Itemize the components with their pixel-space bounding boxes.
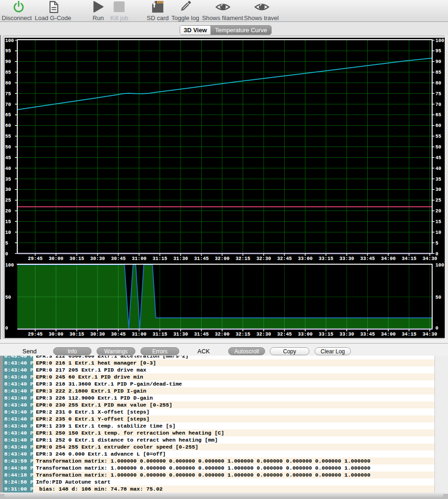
svg-text:32:00: 32:00	[215, 256, 230, 261]
svg-text:100: 100	[435, 262, 444, 268]
svg-text:30:00: 30:00	[49, 256, 63, 261]
svg-text:32:30: 32:30	[256, 331, 271, 337]
svg-text:100: 100	[5, 38, 14, 43]
svg-text:31:15: 31:15	[153, 256, 168, 261]
svg-text:31:00: 31:00	[132, 256, 147, 261]
svg-text:40: 40	[435, 166, 441, 171]
svg-text:25: 25	[5, 197, 11, 203]
svg-text:30:15: 30:15	[70, 256, 84, 261]
svg-text:33:15: 33:15	[319, 256, 334, 261]
svg-text:0: 0	[5, 251, 8, 257]
svg-text:45: 45	[5, 155, 11, 161]
svg-text:10: 10	[5, 230, 11, 235]
svg-text:65: 65	[5, 112, 11, 118]
svg-text:31:00: 31:00	[132, 331, 147, 337]
svg-text:85: 85	[435, 70, 441, 75]
svg-text:30:15: 30:15	[70, 331, 84, 337]
svg-text:32:45: 32:45	[277, 256, 292, 261]
svg-text:60: 60	[435, 123, 441, 128]
svg-text:55: 55	[5, 134, 11, 139]
svg-text:60: 60	[5, 123, 11, 128]
svg-text:31:45: 31:45	[194, 331, 209, 337]
svg-text:30:45: 30:45	[111, 256, 126, 261]
svg-text:40: 40	[5, 166, 11, 171]
svg-text:32:15: 32:15	[236, 256, 251, 261]
svg-text:33:30: 33:30	[339, 256, 354, 261]
svg-text:80: 80	[435, 80, 441, 86]
svg-text:5: 5	[5, 240, 8, 246]
svg-text:34:00: 34:00	[381, 256, 396, 261]
svg-text:33:45: 33:45	[360, 256, 375, 261]
svg-text:20: 20	[5, 208, 11, 214]
svg-text:30: 30	[435, 187, 441, 192]
svg-text:34:00: 34:00	[381, 331, 396, 337]
svg-text:33:15: 33:15	[319, 331, 334, 337]
svg-text:30:45: 30:45	[111, 331, 126, 337]
svg-text:33:00: 33:00	[298, 331, 313, 337]
svg-text:90: 90	[5, 59, 11, 64]
svg-text:5: 5	[435, 240, 438, 246]
svg-text:70: 70	[5, 102, 11, 107]
svg-text:30:30: 30:30	[90, 331, 105, 337]
svg-text:34:30: 34:30	[422, 256, 437, 261]
svg-text:33:30: 33:30	[339, 331, 354, 337]
svg-text:32:30: 32:30	[256, 256, 271, 261]
svg-text:95: 95	[435, 48, 441, 54]
svg-text:30:00: 30:00	[49, 331, 63, 337]
svg-text:32:00: 32:00	[215, 331, 230, 337]
svg-text:50: 50	[435, 295, 441, 300]
svg-text:34:15: 34:15	[402, 331, 417, 337]
svg-text:31:15: 31:15	[153, 331, 168, 337]
svg-text:29:45: 29:45	[28, 256, 43, 261]
svg-text:95: 95	[5, 48, 11, 54]
svg-text:35: 35	[435, 176, 441, 182]
svg-text:32:45: 32:45	[277, 331, 292, 337]
svg-text:50: 50	[5, 295, 11, 300]
svg-text:25: 25	[435, 197, 441, 203]
svg-text:34:30: 34:30	[422, 331, 437, 337]
svg-text:0: 0	[5, 325, 8, 331]
svg-text:50: 50	[5, 144, 11, 150]
svg-text:100: 100	[435, 38, 444, 43]
svg-text:85: 85	[5, 70, 11, 75]
svg-text:65: 65	[435, 112, 441, 118]
svg-text:90: 90	[435, 59, 441, 64]
svg-text:75: 75	[435, 91, 441, 97]
svg-text:15: 15	[435, 219, 441, 225]
svg-text:100: 100	[5, 262, 14, 268]
svg-text:55: 55	[435, 134, 441, 139]
svg-text:0: 0	[435, 325, 438, 331]
svg-text:33:45: 33:45	[360, 331, 375, 337]
svg-text:50: 50	[435, 144, 441, 150]
svg-text:20: 20	[435, 208, 441, 214]
svg-text:70: 70	[435, 102, 441, 107]
svg-text:32:15: 32:15	[236, 331, 251, 337]
svg-text:30: 30	[5, 187, 11, 192]
svg-text:31:45: 31:45	[194, 256, 209, 261]
svg-text:31:30: 31:30	[173, 331, 188, 337]
svg-text:30:30: 30:30	[90, 256, 105, 261]
svg-text:80: 80	[5, 80, 11, 86]
svg-text:33:00: 33:00	[298, 256, 313, 261]
svg-text:35: 35	[5, 176, 11, 182]
svg-text:34:15: 34:15	[402, 256, 417, 261]
svg-text:31:30: 31:30	[173, 256, 188, 261]
svg-text:29:45: 29:45	[28, 331, 43, 337]
svg-text:10: 10	[435, 230, 441, 235]
svg-text:15: 15	[5, 219, 11, 225]
svg-text:45: 45	[435, 155, 441, 161]
svg-text:75: 75	[5, 91, 11, 97]
